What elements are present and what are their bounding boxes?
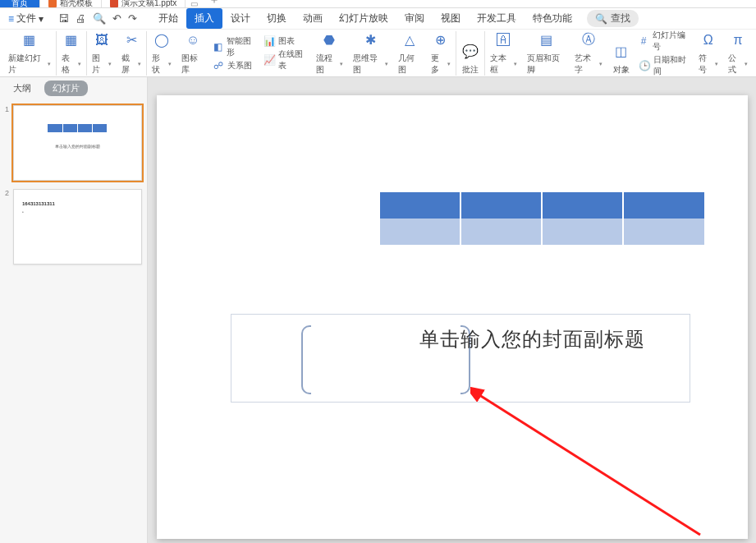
tab-presentation-label: 演示文稿1.pptx	[121, 0, 176, 7]
tab-template[interactable]: 稻壳模板	[40, 0, 102, 7]
table-cell[interactable]	[380, 219, 461, 245]
menu-bar: ≡ 文件 ▾ 🖫 🖨 🔍 ↶ ↷ 开始 插入 设计 切换 动画 幻灯片放映 审阅…	[0, 8, 756, 30]
ribbon-slide-number[interactable]: #幻灯片编号	[639, 30, 690, 53]
wordart-label: 艺术字	[575, 53, 597, 76]
ribbon-equation[interactable]: π 公式▾	[723, 31, 753, 76]
geometry-label: 几何图	[398, 53, 421, 76]
docer-icon	[48, 0, 57, 7]
ribbon-comment[interactable]: 💬 批注	[456, 31, 485, 76]
tab-special[interactable]: 特色功能	[525, 8, 580, 29]
table-cell[interactable]	[380, 192, 461, 219]
window-indicator-icon[interactable]: ▭	[189, 0, 199, 7]
chart-label: 图表	[278, 35, 295, 47]
tab-slideshow[interactable]: 幻灯片放映	[331, 8, 396, 29]
tab-template-label: 稻壳模板	[60, 0, 93, 7]
ribbon-iconlib[interactable]: ☺ 图标库	[176, 31, 209, 76]
datetime-label: 日期和时间	[653, 54, 690, 77]
table-cell[interactable]	[461, 192, 543, 219]
symbol-icon: Ω	[699, 31, 717, 49]
table-row	[380, 192, 704, 219]
symbol-label: 符号	[699, 53, 713, 76]
ribbon-date-time[interactable]: 🕒日期和时间	[639, 54, 690, 77]
slide-thumb-2[interactable]: 164313131311 •	[13, 189, 142, 265]
search-button[interactable]: 🔍 查找	[587, 10, 639, 27]
ribbon-table[interactable]: ▦ 表格▾	[57, 31, 87, 76]
chevron-down-icon: ▾	[599, 61, 603, 67]
ribbon-screenshot[interactable]: ✂ 截屏▾	[117, 31, 147, 76]
table-cell[interactable]	[543, 219, 624, 245]
slide-canvas[interactable]: 单击输入您的封面副标题	[157, 95, 748, 539]
quick-access-toolbar: 🖫 🖨 🔍 ↶ ↷	[52, 12, 144, 25]
flowchart-label: 流程图	[316, 53, 338, 76]
ribbon-header-footer[interactable]: ▤ 页眉和页脚	[522, 31, 570, 76]
tab-insert[interactable]: 插入	[186, 8, 222, 29]
ribbon-textbox[interactable]: 🄰 文本框▾	[485, 31, 522, 76]
geometry-icon: △	[401, 31, 419, 49]
table-cell[interactable]	[624, 219, 703, 245]
equation-label: 公式	[728, 53, 743, 76]
document-tab-strip: 首页 稻壳模板 演示文稿1.pptx ▭ ＋	[0, 0, 756, 8]
panel-tab-slides[interactable]: 幻灯片	[44, 81, 88, 96]
thumb-table-icon	[48, 124, 107, 132]
chevron-down-icon: ▾	[447, 61, 451, 67]
screenshot-label: 截屏	[121, 53, 136, 76]
ribbon-smart-graphic[interactable]: ◧智能图形	[213, 35, 257, 58]
table-icon: ▦	[62, 31, 80, 49]
ribbon-more[interactable]: ⊕ 更多▾	[426, 31, 456, 76]
online-chart-label: 在线图表	[278, 48, 308, 71]
table-cell[interactable]	[624, 192, 703, 219]
tab-start[interactable]: 开始	[150, 8, 186, 29]
subtitle-placeholder-text[interactable]: 单击输入您的封面副标题	[419, 326, 645, 352]
ribbon-insert: ▦ 新建幻灯片▾ ▦ 表格▾ 🖼 图片▾ ✂ 截屏▾ ◯ 形状▾ ☺ 图标库 ◧…	[0, 30, 756, 77]
slide-editor[interactable]: 单击输入您的封面副标题	[148, 77, 756, 543]
ribbon-chart[interactable]: 📊图表	[263, 35, 308, 47]
panel-tab-outline[interactable]: 大纲	[8, 81, 36, 96]
ribbon-object[interactable]: ◫ 对象	[607, 31, 635, 76]
ribbon-slidenum-stack: #幻灯片编号 🕒日期和时间	[635, 31, 694, 76]
tab-transition[interactable]: 切换	[259, 8, 295, 29]
preview-icon[interactable]: 🔍	[93, 12, 106, 25]
thumb-number: 1	[5, 105, 10, 181]
ribbon-shape[interactable]: ◯ 形状▾	[147, 31, 176, 76]
thumb-row-2[interactable]: 2 164313131311 •	[5, 189, 142, 265]
undo-icon[interactable]: ↶	[112, 12, 121, 25]
save-icon[interactable]: 🖫	[58, 12, 69, 25]
slide-thumb-1[interactable]: 单击输入您的封面副标题	[13, 105, 142, 181]
datetime-icon: 🕒	[639, 60, 650, 71]
table-cell[interactable]	[543, 192, 624, 219]
ppt-icon	[110, 0, 118, 7]
file-menu[interactable]: ≡ 文件 ▾	[0, 12, 52, 25]
tab-view[interactable]: 视图	[433, 8, 469, 29]
ribbon-geometry[interactable]: △ 几何图	[393, 31, 426, 76]
chevron-down-icon: ▾	[108, 61, 112, 67]
ribbon-new-slide[interactable]: ▦ 新建幻灯片▾	[3, 31, 57, 76]
ribbon-relation[interactable]: ☍关系图	[213, 60, 257, 71]
thumb2-title: 164313131311	[22, 201, 55, 206]
new-slide-icon: ▦	[21, 31, 39, 49]
comment-label: 批注	[462, 64, 479, 76]
mindmap-icon: ✱	[361, 31, 379, 49]
redo-icon[interactable]: ↷	[128, 12, 137, 25]
chevron-down-icon: ▾	[514, 61, 517, 67]
print-icon[interactable]: 🖨	[76, 12, 86, 25]
tab-home[interactable]: 首页	[0, 0, 40, 7]
table-cell[interactable]	[461, 219, 543, 245]
tab-review[interactable]: 审阅	[396, 8, 433, 29]
ribbon-diagram-stack: ◧智能图形 ☍关系图	[209, 31, 260, 76]
new-tab-button[interactable]: ＋	[202, 0, 227, 7]
tab-animation[interactable]: 动画	[295, 8, 331, 29]
tab-presentation[interactable]: 演示文稿1.pptx	[102, 0, 186, 7]
ribbon-wordart[interactable]: Ⓐ 艺术字▾	[570, 31, 607, 76]
tab-developer[interactable]: 开发工具	[469, 8, 525, 29]
ribbon-symbol[interactable]: Ω 符号▾	[694, 31, 723, 76]
tab-design[interactable]: 设计	[222, 8, 259, 29]
ribbon-online-chart[interactable]: 📈在线图表	[263, 48, 308, 71]
ribbon-flowchart[interactable]: ⬣ 流程图▾	[311, 31, 348, 76]
brace-left-icon[interactable]	[301, 325, 311, 394]
slide-table-shape[interactable]	[380, 192, 704, 245]
header-footer-label: 页眉和页脚	[527, 53, 565, 76]
ribbon-picture[interactable]: 🖼 图片▾	[87, 31, 117, 76]
thumb-row-1[interactable]: 1 单击输入您的封面副标题	[5, 105, 142, 181]
ribbon-mindmap[interactable]: ✱ 思维导图▾	[348, 31, 393, 76]
more-icon: ⊕	[432, 31, 450, 49]
